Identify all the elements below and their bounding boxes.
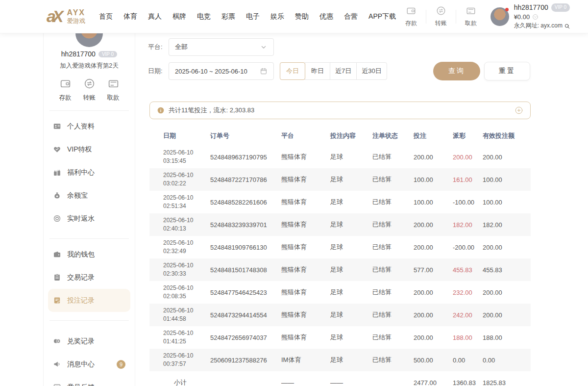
cell-platform: 熊猫体育 (281, 310, 330, 319)
table-row: 2025-06-1002:08:355248477546425423熊猫体育足球… (149, 281, 531, 304)
cell-payout: 232.00 (453, 289, 483, 296)
prize-records-label: 兑奖记录 (67, 337, 95, 346)
cell-bet-amount: 200.00 (414, 334, 453, 341)
search-icon[interactable] (564, 23, 570, 29)
nav-item-live[interactable]: 真人 (147, 10, 163, 23)
column-header-4: 注单状态 (372, 131, 414, 140)
brand-logo[interactable]: aX AYX 爱游戏 (47, 7, 85, 26)
sidebar-item-welfare-center[interactable]: 福利中心 (48, 161, 130, 184)
nav-item-home[interactable]: 首页 (98, 10, 114, 23)
cell-status: 已结算 (372, 265, 414, 274)
cell-valid-amount: 0.00 (483, 357, 531, 364)
money-bag-icon (53, 191, 61, 200)
nav-item-chess[interactable]: 棋牌 (172, 10, 187, 23)
nav-item-promotions[interactable]: 优惠 (318, 10, 334, 23)
logo-subtext: 爱游戏 (67, 18, 86, 25)
table-row: 2025-06-1002:51:345248485282261606熊猫体育足球… (149, 191, 531, 213)
sidebar-item-transaction-records[interactable]: 交易记录 (48, 266, 130, 289)
header-action-divider (456, 10, 456, 24)
cell-date: 2025-06-1002:08:35 (163, 284, 210, 301)
table-row: 2025-06-1001:44:585248473294414554熊猫体育足球… (149, 304, 531, 326)
deposit-label: 存款 (59, 94, 72, 102)
cell-payout: -100.00 (453, 199, 483, 206)
cell-order-number: 5248481501748308 (210, 266, 281, 274)
nav-item-partnership[interactable]: 合营 (343, 10, 359, 23)
cell-bet-content: 足球 (330, 265, 372, 274)
cell-platform: 熊猫体育 (281, 198, 330, 206)
subtotal-payout: 1360.83 (453, 379, 483, 386)
my-wallet-label: 我的钱包 (67, 250, 95, 259)
reset-button[interactable]: 重置 (484, 62, 530, 80)
cell-bet-amount: 100.00 (414, 199, 453, 206)
cell-status: 已结算 (372, 153, 414, 161)
sidebar-action-withdraw[interactable]: 取款 (107, 77, 120, 102)
quick-date-yesterday[interactable]: 昨日 (305, 62, 330, 80)
date-range-input[interactable]: 2025-06-10 ~ 2025-06-10 (169, 62, 274, 80)
header-action-withdraw[interactable]: 取款 (460, 5, 482, 27)
sidebar-item-feedback[interactable]: 意见反馈 (48, 376, 130, 386)
quick-date-today[interactable]: 今日 (280, 62, 305, 80)
cell-status: 已结算 (372, 310, 414, 319)
nav-item-esports[interactable]: 电竞 (196, 10, 212, 23)
subtotal-valid: 1825.83 (483, 379, 531, 386)
summary-bar: 共计11笔投注，流水: 2,303.83 (149, 102, 531, 119)
bet-record-icon (53, 296, 61, 305)
sidebar-item-yuebao[interactable]: 余额宝 (48, 184, 130, 207)
cell-bet-content: 足球 (330, 153, 372, 161)
sidebar-item-realtime-rebate[interactable]: 实时返水 (48, 207, 130, 230)
header-action-transfer[interactable]: 转账 (430, 5, 452, 27)
withdraw-icon (466, 5, 476, 16)
cell-status: 已结算 (372, 175, 414, 184)
cell-valid-amount: 200.00 (483, 289, 531, 296)
cell-order-number: 5248487227170786 (210, 176, 281, 183)
megaphone-icon (53, 360, 61, 368)
sidebar-item-bet-records[interactable]: 投注记录 (48, 289, 130, 312)
table-row: 2025-06-1003:02:225248487227170786熊猫体育足球… (149, 168, 531, 191)
clipboard-icon (53, 273, 61, 282)
nav-item-app-download[interactable]: APP下载 (368, 10, 397, 23)
bet-records-label: 投注记录 (67, 296, 95, 305)
cell-valid-amount: 100.00 (483, 199, 531, 206)
cell-valid-amount: 100.00 (483, 176, 531, 183)
column-header-6: 派彩 (453, 131, 483, 140)
sidebar-action-deposit[interactable]: 存款 (59, 77, 72, 102)
quick-date-last-7-days[interactable]: 近7日 (330, 62, 357, 80)
subtotal-label: 小计 (163, 378, 210, 386)
cell-bet-content: 足球 (330, 220, 372, 229)
cell-date: 2025-06-1001:44:58 (163, 307, 210, 323)
header-action-deposit[interactable]: 存款 (400, 5, 422, 27)
cell-payout: 0.00 (453, 357, 483, 364)
nav-item-sports[interactable]: 体育 (122, 10, 138, 23)
query-button[interactable]: 查询 (433, 62, 480, 80)
sidebar-item-message-center[interactable]: 消息中心9 (48, 353, 130, 376)
sidebar-item-vip-privileges[interactable]: VIP特权 (48, 138, 130, 161)
cell-payout: 182.00 (453, 221, 483, 229)
transfer-label: 转账 (430, 19, 452, 27)
user-avatar[interactable] (490, 7, 509, 26)
sidebar-quick-actions: 存款转账取款 (44, 77, 135, 102)
platform-select[interactable]: 全部 (169, 38, 274, 56)
cell-date: 2025-06-1003:15:45 (163, 149, 210, 165)
quick-date-last-30-days[interactable]: 近30日 (356, 62, 387, 80)
sidebar-item-profile[interactable]: 个人资料 (48, 115, 130, 138)
cell-order-number: 5248485282261606 (210, 199, 281, 206)
cell-platform: 熊猫体育 (281, 220, 330, 229)
column-header-0: 日期 (163, 131, 210, 140)
wallet-icon (53, 250, 61, 258)
sidebar-action-transfer[interactable]: 转账 (83, 77, 96, 102)
nav-item-lottery[interactable]: 彩票 (220, 10, 236, 23)
yuebao-label: 余额宝 (67, 191, 88, 200)
cell-bet-amount: 100.00 (414, 176, 453, 183)
cell-status: 已结算 (372, 333, 414, 342)
nav-item-sponsor[interactable]: 赞助 (294, 10, 310, 23)
vip-badge: VIP 0 (551, 3, 570, 12)
nav-item-entertainment[interactable]: 娱乐 (270, 10, 285, 23)
sidebar-item-prize-records[interactable]: 兑奖记录 (48, 330, 130, 353)
sidebar-item-my-wallet[interactable]: 我的钱包 (48, 243, 130, 266)
table-body: 2025-06-1003:15:455248489637190795熊猫体育足球… (149, 146, 531, 371)
cell-date: 2025-06-1002:40:13 (163, 216, 210, 233)
expand-plus-icon[interactable] (514, 106, 523, 115)
balance-refresh-chevron-icon[interactable] (532, 14, 539, 20)
deposit-icon (406, 5, 416, 16)
nav-item-slots[interactable]: 电子 (245, 10, 261, 23)
